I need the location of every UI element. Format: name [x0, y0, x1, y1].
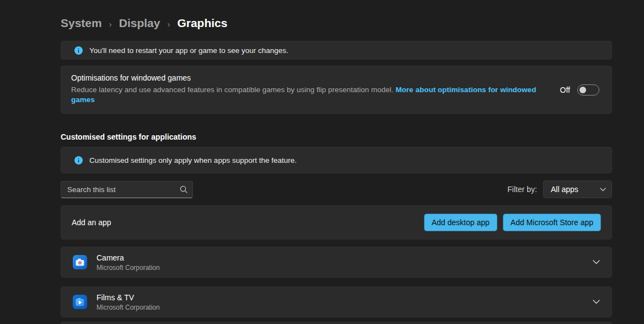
breadcrumb: System › Display › Graphics — [61, 17, 227, 30]
search-icon[interactable] — [180, 185, 187, 193]
list-toolbar: Filter by: All apps — [61, 180, 612, 198]
breadcrumb-separator-icon: › — [167, 19, 170, 29]
filter-dropdown[interactable]: All apps — [543, 180, 612, 198]
app-publisher: Microsoft Corporation — [96, 304, 160, 311]
films-tv-app-icon — [73, 295, 87, 309]
add-desktop-app-button[interactable]: Add desktop app — [424, 214, 497, 231]
add-an-app-label: Add an app — [72, 218, 111, 227]
app-row-camera[interactable]: Camera Microsoft Corporation — [61, 247, 612, 278]
search-box — [61, 181, 193, 198]
optimisations-title: Optimisations for windowed games — [71, 73, 602, 82]
breadcrumb-system[interactable]: System — [61, 17, 102, 30]
optimisations-description-text: Reduce latency and use advanced features… — [71, 86, 394, 94]
chevron-down-icon[interactable] — [593, 300, 600, 304]
optimisations-windowed-games-card: Optimisations for windowed games Reduce … — [61, 66, 612, 114]
optimisations-toggle[interactable] — [577, 84, 599, 95]
customised-info-banner: Customised settings only apply when apps… — [61, 147, 612, 173]
filter-selected-value: All apps — [551, 185, 578, 194]
breadcrumb-display[interactable]: Display — [119, 17, 160, 30]
breadcrumb-graphics-current: Graphics — [177, 17, 227, 30]
settings-graphics-page: System › Display › Graphics You'll need … — [0, 0, 644, 324]
info-icon — [74, 156, 83, 164]
next-app-row-partial[interactable] — [61, 322, 612, 324]
app-row-films-tv[interactable]: Films & TV Microsoft Corporation — [61, 286, 612, 317]
add-an-app-card: Add an app Add desktop app Add Microsoft… — [61, 205, 612, 240]
app-texts: Camera Microsoft Corporation — [96, 253, 160, 272]
customised-settings-heading: Customised settings for applications — [61, 132, 196, 141]
add-microsoft-store-app-button[interactable]: Add Microsoft Store app — [503, 214, 601, 231]
chevron-down-icon — [600, 188, 606, 192]
camera-app-icon — [73, 255, 87, 269]
toggle-knob — [579, 87, 586, 93]
app-name: Films & TV — [96, 293, 160, 302]
filter-by-label: Filter by: — [507, 185, 537, 194]
optimisations-toggle-group: Off — [560, 84, 599, 95]
breadcrumb-separator-icon: › — [109, 19, 112, 29]
filter-group: Filter by: All apps — [507, 180, 612, 198]
restart-info-text: You'll need to restart your app or game … — [89, 46, 288, 55]
app-name: Camera — [96, 253, 160, 262]
toggle-state-label: Off — [560, 86, 570, 94]
info-icon — [74, 46, 83, 55]
app-publisher: Microsoft Corporation — [96, 264, 160, 272]
optimisations-description: Reduce latency and use advanced features… — [71, 85, 552, 105]
add-app-buttons: Add desktop app Add Microsoft Store app — [424, 214, 601, 231]
search-input[interactable] — [61, 181, 193, 198]
customised-info-text: Customised settings only apply when apps… — [89, 156, 297, 164]
chevron-down-icon[interactable] — [593, 260, 600, 264]
restart-info-banner: You'll need to restart your app or game … — [61, 41, 612, 60]
app-texts: Films & TV Microsoft Corporation — [96, 293, 160, 311]
